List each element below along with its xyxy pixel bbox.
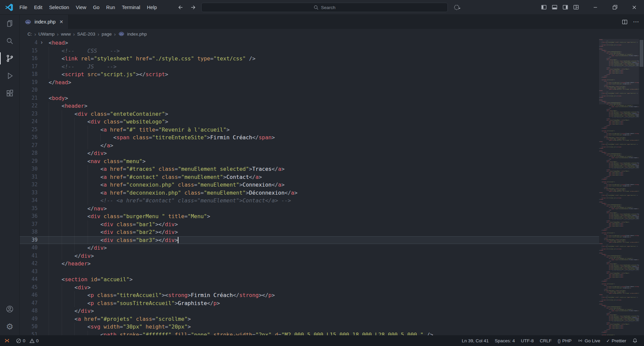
split-editor-icon[interactable] bbox=[622, 19, 628, 25]
status-remote-window[interactable] bbox=[0, 335, 14, 346]
menu-view[interactable]: View bbox=[72, 0, 90, 14]
line-number[interactable]: 45 bbox=[20, 284, 38, 292]
minimap[interactable]: <head> <!-- CSS --> <link rel="styleshee… bbox=[599, 39, 639, 335]
tab-close-icon[interactable]: ✕ bbox=[58, 19, 64, 25]
breadcrumb-item[interactable]: SAE-203 bbox=[76, 32, 96, 37]
line-number[interactable]: 44 bbox=[20, 276, 38, 284]
breadcrumb-item[interactable]: page bbox=[101, 32, 112, 37]
menu-file[interactable]: File bbox=[16, 0, 31, 14]
line-number[interactable]: 28 bbox=[20, 149, 38, 157]
menu-terminal[interactable]: Terminal bbox=[118, 0, 144, 14]
code-line-47[interactable]: 47 <p class="sousTitreAccueil">Graphiste… bbox=[20, 299, 644, 307]
line-number[interactable]: 19 bbox=[20, 79, 38, 87]
status-prettier[interactable]: ✓Prettier bbox=[603, 335, 629, 346]
close-button[interactable] bbox=[625, 0, 644, 15]
minimize-button[interactable] bbox=[586, 0, 605, 15]
line-number[interactable]: 15 bbox=[20, 47, 38, 55]
line-number[interactable]: 24 bbox=[20, 118, 38, 126]
line-number[interactable]: 16 bbox=[20, 55, 38, 63]
menu-selection[interactable]: Selection bbox=[46, 0, 72, 14]
code-line-15[interactable]: 15 <!-- CSS --> bbox=[20, 47, 644, 55]
code-line-33[interactable]: 33 <a href="deconnexion.php" class="menu… bbox=[20, 189, 644, 197]
code-line-17[interactable]: 17 <!-- JS --> bbox=[20, 63, 644, 71]
code-line-26[interactable]: 26 <span class="titreEnteteSite">Firmin … bbox=[20, 134, 644, 142]
more-actions-icon[interactable]: ⋯ bbox=[633, 18, 639, 26]
line-number[interactable]: 36 bbox=[20, 212, 38, 220]
line-number[interactable]: 17 bbox=[20, 63, 38, 71]
code-line-50[interactable]: 50 <svg width="30px" height="20px"> bbox=[20, 323, 644, 331]
activity-extensions[interactable] bbox=[0, 85, 20, 102]
code-line-49[interactable]: 49 <a href="#projets" class="scrollme"> bbox=[20, 315, 644, 323]
activity-explorer[interactable] bbox=[0, 15, 20, 32]
code-line-43[interactable]: 43 bbox=[20, 268, 644, 276]
line-number[interactable]: 18 bbox=[20, 70, 38, 79]
settings-button[interactable]: ⚙ bbox=[0, 318, 20, 335]
code-line-18[interactable]: 18 <script src="script.js"></script> bbox=[20, 70, 644, 79]
status-indentation[interactable]: Spaces: 4 bbox=[492, 335, 518, 346]
line-number[interactable]: 25 bbox=[20, 126, 38, 134]
code-line-42[interactable]: 42 </header> bbox=[20, 260, 644, 268]
line-number[interactable]: 32 bbox=[20, 181, 38, 189]
code-line-46[interactable]: 46 <p class="titreAccueil"><strong>Firmi… bbox=[20, 291, 644, 299]
code-line-36[interactable]: 36 <div class="burgerMenu " title="Menu"… bbox=[20, 212, 644, 220]
fold-chevron-icon[interactable]: › bbox=[40, 39, 43, 47]
status-cursor-position[interactable]: Ln 39, Col 41 bbox=[459, 335, 492, 346]
code-line-22[interactable]: 22 <header> bbox=[20, 102, 644, 110]
minimap-slider[interactable] bbox=[599, 39, 639, 104]
line-number[interactable]: 21 bbox=[20, 94, 38, 102]
line-number[interactable]: 27 bbox=[20, 142, 38, 150]
status-problems-warnings[interactable]: 0 bbox=[28, 335, 41, 346]
code-line-37[interactable]: 37 <div class="bar1"></div> bbox=[20, 220, 644, 229]
code-line-25[interactable]: 25 <a href="#" title="Revenir à l'accuei… bbox=[20, 126, 644, 134]
code-line-19[interactable]: 19</head> bbox=[20, 79, 644, 87]
line-number[interactable]: 31 bbox=[20, 173, 38, 181]
line-number[interactable]: 42 bbox=[20, 260, 38, 268]
line-number[interactable]: 33 bbox=[20, 189, 38, 197]
code-line-32[interactable]: 32 <a href="connexion.php" class="menuEl… bbox=[20, 181, 644, 189]
activity-run-debug[interactable] bbox=[0, 67, 20, 85]
status-notifications[interactable] bbox=[629, 335, 641, 346]
toggle-panel-icon[interactable] bbox=[552, 4, 557, 10]
code-line-45[interactable]: 45 <div> bbox=[20, 284, 644, 292]
toggle-secondary-sidebar-icon[interactable] bbox=[562, 4, 568, 10]
profile-menu[interactable] bbox=[453, 4, 461, 11]
code-line-44[interactable]: 44 <section id="accueil"> bbox=[20, 276, 644, 284]
line-number[interactable]: 4 bbox=[20, 39, 38, 47]
line-number[interactable]: 39 bbox=[20, 236, 38, 244]
line-number[interactable]: 41 bbox=[20, 252, 38, 260]
command-center-search[interactable]: Search bbox=[201, 3, 448, 12]
code-line-40[interactable]: 40 </div> bbox=[20, 244, 644, 252]
menu-help[interactable]: Help bbox=[144, 0, 160, 14]
menu-run[interactable]: Run bbox=[103, 0, 119, 14]
forward-arrow-icon[interactable] bbox=[190, 4, 197, 11]
line-number[interactable]: 38 bbox=[20, 228, 38, 236]
line-number[interactable]: 49 bbox=[20, 315, 38, 323]
code-editor[interactable]: 4›<head>15 <!-- CSS -->16 <link rel="sty… bbox=[20, 39, 644, 335]
code-line-21[interactable]: 21<body> bbox=[20, 94, 644, 102]
activity-search[interactable] bbox=[0, 32, 20, 50]
line-number[interactable]: 47 bbox=[20, 299, 38, 307]
code-line-34[interactable]: 34 <!-- <a href="#contact" class="menuEl… bbox=[20, 197, 644, 205]
status-encoding[interactable]: UTF-8 bbox=[518, 335, 537, 346]
restore-button[interactable] bbox=[605, 0, 625, 15]
code-line-35[interactable]: 35 </nav> bbox=[20, 205, 644, 213]
code-line-27[interactable]: 27 </a> bbox=[20, 142, 644, 150]
code-line-23[interactable]: 23 <div class="enteteContainer"> bbox=[20, 110, 644, 118]
code-line-48[interactable]: 48 </div> bbox=[20, 307, 644, 315]
line-number[interactable]: 51 bbox=[20, 331, 38, 336]
code-line-51[interactable]: 51 <path stroke="#ffffff" fill="none" st… bbox=[20, 331, 644, 336]
toggle-primary-sidebar-icon[interactable] bbox=[541, 4, 547, 10]
line-number[interactable]: 43 bbox=[20, 268, 38, 276]
breadcrumb-item[interactable]: C: bbox=[27, 32, 33, 37]
line-number[interactable]: 26 bbox=[20, 134, 38, 142]
breadcrumb-item[interactable]: www bbox=[60, 32, 71, 37]
code-line-38[interactable]: 38 <div class="bar2"></div> bbox=[20, 228, 644, 236]
breadcrumb-item[interactable]: index.php bbox=[126, 32, 148, 37]
line-number[interactable]: 30 bbox=[20, 165, 38, 173]
scrollbar-thumb[interactable] bbox=[640, 40, 643, 67]
code-line-20[interactable]: 20 bbox=[20, 86, 644, 94]
code-line-29[interactable]: 29 <nav class="menu"> bbox=[20, 157, 644, 165]
code-line-41[interactable]: 41 </div> bbox=[20, 252, 644, 260]
code-line-16[interactable]: 16 <link rel="stylesheet" href="./style.… bbox=[20, 55, 644, 63]
line-number[interactable]: 34 bbox=[20, 197, 38, 205]
